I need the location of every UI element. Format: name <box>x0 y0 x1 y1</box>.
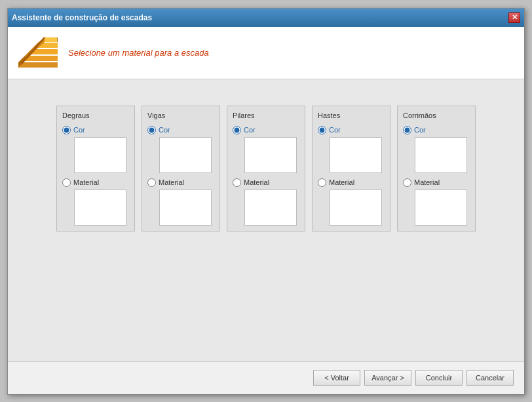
footer: < Voltar Avançar > Concluir Cancelar <box>8 361 524 394</box>
svg-rect-4 <box>45 37 58 42</box>
corrimaos-cor-radio[interactable] <box>403 126 411 134</box>
vigas-title: Vigas <box>147 111 214 119</box>
pilares-material-radio[interactable] <box>233 178 241 187</box>
hastes-material-box[interactable] <box>330 190 382 226</box>
hastes-material-row: Material <box>318 178 385 187</box>
hastes-material-label: Material <box>329 178 354 186</box>
next-button[interactable]: Avançar > <box>364 370 411 386</box>
pilares-material-label: Material <box>244 178 269 186</box>
cancel-button[interactable]: Cancelar <box>466 370 514 386</box>
corrimaos-material-label: Material <box>414 178 440 186</box>
pilares-cor-box[interactable] <box>244 137 297 173</box>
column-degraus: Degraus Cor Material <box>56 106 135 231</box>
header-static: Selecione <box>68 48 108 58</box>
svg-rect-0 <box>18 62 58 68</box>
vigas-cor-box[interactable] <box>159 137 212 173</box>
degraus-cor-row: Cor <box>62 126 129 134</box>
pilares-title: Pilares <box>233 111 299 119</box>
degraus-cor-box[interactable] <box>74 137 126 173</box>
back-button[interactable]: < Voltar <box>313 370 360 386</box>
hastes-cor-row: Cor <box>318 126 385 134</box>
stair-icon <box>18 35 58 71</box>
degraus-material-label: Material <box>73 178 99 186</box>
vigas-cor-row: Cor <box>147 126 214 134</box>
corrimaos-material-radio[interactable] <box>403 178 411 187</box>
svg-rect-1 <box>25 56 58 61</box>
header-highlight: um material <box>108 48 153 58</box>
degraus-material-box[interactable] <box>74 190 126 226</box>
degraus-cor-label: Cor <box>73 126 85 134</box>
close-button[interactable]: ✕ <box>508 12 520 23</box>
pilares-cor-label: Cor <box>244 126 256 134</box>
vigas-cor-label: Cor <box>159 126 170 134</box>
main-window: Assistente de construção de escadas ✕ Se… <box>7 8 525 395</box>
corrimaos-material-row: Material <box>403 178 470 187</box>
degraus-material-radio[interactable] <box>62 178 71 187</box>
corrimaos-cor-label: Cor <box>414 126 426 134</box>
content-area: Degraus Cor Material Vigas Cor <box>8 79 524 361</box>
pilares-material-row: Material <box>233 178 299 187</box>
header-panel: Selecione um material para a escada <box>8 27 524 79</box>
vigas-material-label: Material <box>159 178 184 186</box>
header-suffix: para a escada <box>153 48 209 58</box>
corrimaos-material-box[interactable] <box>415 190 467 226</box>
pilares-material-box[interactable] <box>244 190 297 226</box>
column-hastes: Hastes Cor Material <box>312 106 390 231</box>
finish-button[interactable]: Concluir <box>415 370 463 386</box>
hastes-cor-radio[interactable] <box>318 126 326 134</box>
title-bar: Assistente de construção de escadas ✕ <box>8 9 524 27</box>
degraus-title: Degraus <box>62 111 129 119</box>
columns-container: Degraus Cor Material Vigas Cor <box>28 106 504 231</box>
pilares-cor-radio[interactable] <box>233 126 241 134</box>
corrimaos-title: Corrimãos <box>403 111 470 119</box>
column-pilares: Pilares Cor Material <box>227 106 305 231</box>
column-vigas: Vigas Cor Material <box>142 106 220 231</box>
pilares-cor-row: Cor <box>233 126 299 134</box>
vigas-material-box[interactable] <box>159 190 212 226</box>
window-title: Assistente de construção de escadas <box>12 13 152 22</box>
hastes-cor-label: Cor <box>329 126 341 134</box>
header-description: Selecione um material para a escada <box>68 48 209 58</box>
hastes-material-radio[interactable] <box>318 178 326 187</box>
degraus-cor-radio[interactable] <box>62 126 71 134</box>
corrimaos-cor-box[interactable] <box>415 137 467 173</box>
column-corrimaos: Corrimãos Cor Material <box>397 106 476 231</box>
vigas-material-row: Material <box>147 178 214 187</box>
vigas-material-radio[interactable] <box>147 178 156 187</box>
corrimaos-cor-row: Cor <box>403 126 470 134</box>
hastes-title: Hastes <box>318 111 385 119</box>
vigas-cor-radio[interactable] <box>147 126 156 134</box>
hastes-cor-box[interactable] <box>330 137 382 173</box>
degraus-material-row: Material <box>62 178 129 187</box>
